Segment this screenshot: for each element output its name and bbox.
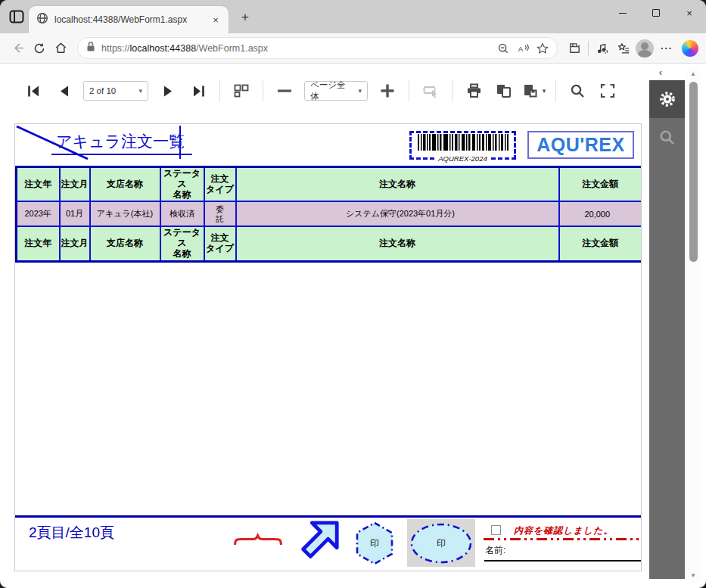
name-label: 名前: [485, 544, 505, 557]
tab-close-icon[interactable]: × [209, 13, 222, 26]
hexagon-stamp-text: 印 [370, 538, 379, 549]
title-bar: localhost:44388/WebForm1.aspx × + × [0, 0, 706, 33]
tab-title: localhost:44388/WebForm1.aspx [54, 14, 209, 25]
barcode-label: AQUREX-2024 [436, 154, 489, 163]
col-header-year: 注文年 [17, 226, 60, 261]
next-page-button[interactable] [155, 78, 181, 104]
report-page: アキュラ注文一覧 AQUREX-2024 AQU'REX 注文年 注文月 支 [14, 123, 642, 571]
vertical-scrollbar[interactable]: ▲ ▼ [686, 67, 701, 583]
zoom-mode-select[interactable]: ページ全体 ▾ [304, 81, 368, 101]
copilot-icon[interactable] [682, 40, 698, 57]
ellipse-stamp-text: 印 [437, 538, 446, 549]
address-bar: https://localhost:44388/WebForm1.aspx A … [0, 33, 706, 64]
favorite-star-icon[interactable] [533, 39, 552, 58]
company-logo: AQU'REX [527, 131, 634, 159]
cell-branch: アキュラ(本社) [90, 201, 160, 226]
read-aloud-icon[interactable]: A [513, 39, 533, 58]
arrow-shape [294, 518, 341, 565]
col-header-branch: 支店名称 [90, 226, 160, 261]
url-scheme: https:// [101, 43, 130, 54]
scrollbar-thumb[interactable] [689, 82, 698, 262]
close-button[interactable]: × [673, 0, 706, 26]
col-header-month: 注文月 [60, 167, 90, 202]
chevron-down-icon: ▾ [358, 87, 362, 95]
sidebar-collapse-icon[interactable]: ‹ [652, 67, 669, 79]
zoom-out-page-icon[interactable] [493, 39, 513, 58]
scroll-down-icon[interactable]: ▼ [686, 570, 701, 582]
print-button[interactable] [461, 78, 487, 104]
new-tab-button[interactable]: + [238, 10, 253, 25]
back-button[interactable] [8, 38, 29, 59]
collections-icon[interactable] [613, 38, 634, 59]
avatar-icon [636, 39, 654, 58]
fullscreen-button[interactable] [595, 78, 620, 104]
sidebar-item-search[interactable] [649, 118, 685, 156]
browser-window: localhost:44388/WebForm1.aspx × + × http… [0, 0, 706, 588]
cell-status: 検収済 [160, 201, 204, 226]
multi-page-view-button[interactable] [229, 78, 254, 104]
search-icon [659, 129, 675, 145]
title-divider-line [179, 126, 181, 159]
svg-text:A: A [518, 44, 523, 52]
window-controls: × [606, 0, 706, 26]
previous-page-button[interactable] [51, 78, 76, 104]
sidebar-item-settings[interactable] [649, 80, 685, 118]
lock-icon [86, 41, 96, 55]
zoom-out-button[interactable] [272, 78, 297, 104]
cell-month: 01月 [60, 201, 90, 226]
col-header-type: 注文 タイプ [204, 167, 236, 202]
table-header-row: 注文年 注文月 支店名称 ステータス 名称 注文 タイプ 注文名称 注文金額 [17, 167, 642, 202]
col-header-status: ステータス 名称 [160, 226, 204, 261]
toolbar-divider [588, 41, 589, 56]
red-dash-dot-line [484, 538, 641, 540]
order-table: 注文年 注文月 支店名称 ステータス 名称 注文 タイプ 注文名称 注文金額 2… [15, 166, 642, 263]
minimize-button[interactable] [606, 0, 639, 26]
url-text: https://localhost:44388/WebForm1.aspx [101, 43, 493, 54]
col-header-name: 注文名称 [236, 226, 559, 261]
maximize-button[interactable] [639, 0, 673, 26]
footer-page-label: 2頁目/全10頁 [29, 523, 114, 543]
col-header-name: 注文名称 [236, 167, 559, 202]
brace-shape [233, 528, 283, 551]
ellipse-stamp: 印 [409, 521, 474, 565]
col-header-status: ステータス 名称 [160, 167, 204, 202]
url-path: /WebForm1.aspx [196, 43, 268, 54]
toolbar-separator [263, 80, 263, 101]
extensions-icon[interactable] [564, 38, 585, 59]
toolbar-separator [409, 80, 409, 101]
browser-tab[interactable]: localhost:44388/WebForm1.aspx × [29, 6, 229, 33]
footer-divider-line [15, 515, 641, 518]
page-number-select[interactable]: 2 of 10 ▾ [83, 81, 148, 101]
barcode: AQUREX-2024 [409, 131, 516, 160]
url-field[interactable]: https://localhost:44388/WebForm1.aspx A [77, 37, 558, 59]
first-page-button[interactable] [20, 78, 46, 104]
table-footer-header-row: 注文年 注文月 支店名称 ステータス 名称 注文 タイプ 注文名称 注文金額 [17, 226, 642, 261]
zoom-in-button[interactable] [375, 78, 400, 104]
toolbar-separator [452, 80, 453, 101]
toolbar-separator [219, 80, 220, 101]
refresh-button[interactable] [29, 38, 50, 59]
scroll-up-icon[interactable]: ▲ [686, 68, 701, 80]
home-button[interactable] [50, 38, 71, 59]
settings-more-icon[interactable]: ⋯ [655, 41, 677, 55]
barcode-bars [417, 134, 509, 151]
viewer-sidebar [649, 80, 685, 579]
export-save-button[interactable]: ▾ [521, 78, 547, 104]
search-button[interactable] [564, 78, 590, 104]
col-header-month: 注文月 [60, 226, 90, 261]
ellipse-stamp-background: 印 [407, 519, 475, 567]
gear-icon [659, 91, 676, 107]
col-header-amount: 注文金額 [559, 167, 642, 202]
profile-avatar[interactable] [634, 38, 655, 59]
print-layout-button[interactable] [491, 78, 517, 104]
logo-text: AQU'REX [536, 134, 624, 156]
confirm-text: 内容を確認しました。 [514, 524, 613, 537]
cell-amount: 20,000 [559, 201, 642, 226]
cell-type-text: 委託 [216, 204, 225, 224]
chevron-down-icon: ▾ [543, 87, 546, 95]
maximize-icon [652, 9, 660, 17]
cell-year: 2023年 [17, 201, 60, 226]
tab-actions-icon[interactable] [9, 10, 24, 23]
browser-essentials-icon[interactable] [592, 38, 613, 59]
last-page-button[interactable] [185, 78, 211, 104]
